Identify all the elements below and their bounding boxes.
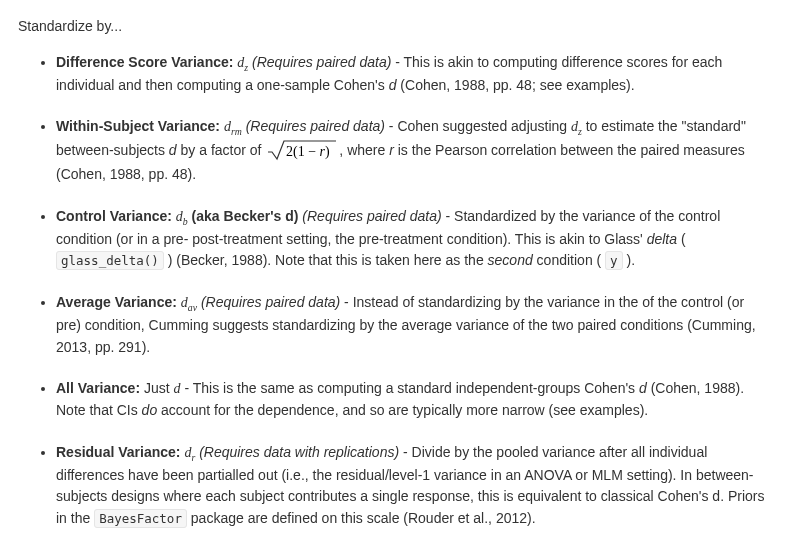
item-symbol: d <box>174 380 181 396</box>
item-requirement: (Requires paired data) <box>302 208 441 224</box>
standardize-list: Difference Score Variance: dz (Requires … <box>18 52 770 544</box>
item-symbol: drm <box>224 118 242 134</box>
item-title: Average Variance: <box>56 294 177 310</box>
item-body: Control Variance: db (aka Becker's d) (R… <box>56 206 770 272</box>
list-item: Difference Score Variance: dz (Requires … <box>56 52 770 97</box>
lead-text: Standardize by... <box>18 16 770 38</box>
item-body: Residual Variance: dr (Requires data wit… <box>56 442 770 530</box>
item-body: Average Variance: dav (Requires paired d… <box>56 292 770 358</box>
item-body: Difference Score Variance: dz (Requires … <box>56 52 770 97</box>
list-item: Residual Variance: dr (Requires data wit… <box>56 442 770 544</box>
item-symbol: db <box>176 208 188 224</box>
list-item: Control Variance: db (aka Becker's d) (R… <box>56 206 770 272</box>
item-requirement: (Requires paired data) <box>252 54 391 70</box>
list-item: Within-Subject Variance: drm (Requires p… <box>56 116 770 185</box>
list-item: All Variance: Just d - This is the same … <box>56 378 770 421</box>
item-title: Difference Score Variance: <box>56 54 233 70</box>
item-body: Within-Subject Variance: drm (Requires p… <box>56 116 770 185</box>
item-title: All Variance: <box>56 380 140 396</box>
item-symbol: dz <box>237 54 248 70</box>
item-title: Control Variance: <box>56 208 172 224</box>
item-prefix: Just <box>144 380 174 396</box>
list-item: Average Variance: dav (Requires paired d… <box>56 292 770 358</box>
item-title: Within-Subject Variance: <box>56 118 220 134</box>
item-title: Residual Variance: <box>56 444 181 460</box>
item-requirement: (Requires data with replications) <box>199 444 399 460</box>
item-aka: (aka Becker's d) <box>192 208 299 224</box>
item-symbol: dr <box>184 444 195 460</box>
item-body: All Variance: Just d - This is the same … <box>56 378 770 421</box>
item-requirement: (Requires paired data) <box>201 294 340 310</box>
svg-text:2(1 − r): 2(1 − r) <box>286 144 330 160</box>
item-symbol: dav <box>181 294 197 310</box>
item-requirement: (Requires paired data) <box>246 118 385 134</box>
